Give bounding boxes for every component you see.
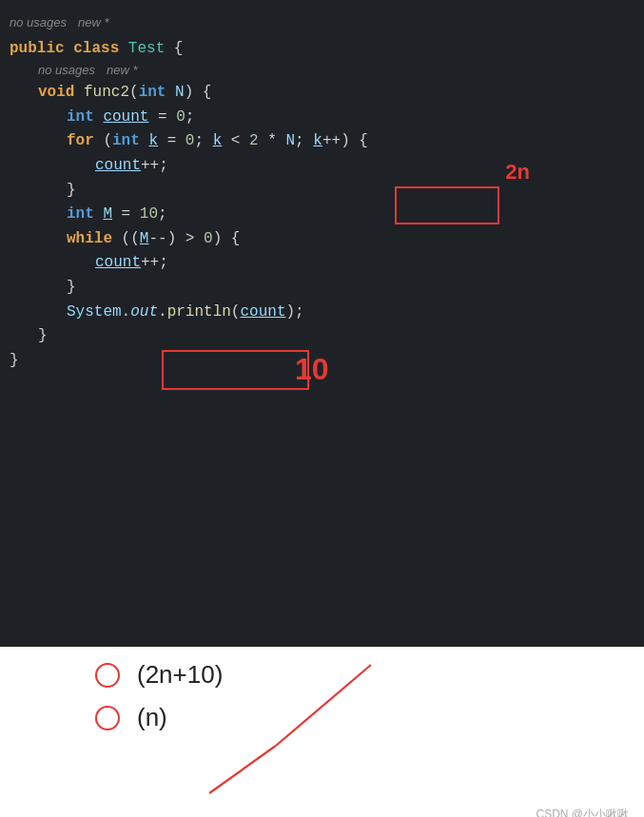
func-line: void func2 ( int N ) { [0,81,644,106]
system-class: System [67,301,122,325]
println-method: println [167,301,231,325]
count-pp-2-line: count ++; [0,251,644,276]
answer-item-2: (n) [95,703,644,732]
kw-int-count: int [67,106,103,130]
dot2: . [158,301,167,325]
brace-class-close: } [10,349,19,374]
for-semi2: ; [295,129,313,154]
for-star: * [259,129,286,154]
count-pp-1-line: count ++; [0,154,644,179]
var-count-4: count [240,301,285,325]
count-pp-1: ++; [141,154,168,179]
brace-while-close: } [67,276,76,301]
answer-item-1: (2n+10) [95,660,644,690]
var-count-1: count [103,106,148,130]
count-assign: = [148,106,176,130]
answer-section: (2n+10) (n) CSDN @小小啾啾 [0,660,644,817]
circle-2 [95,706,120,730]
svg-line-1 [209,746,276,793]
m-semi: ; [158,203,167,227]
csdn-watermark: CSDN @小小啾啾 [536,807,629,817]
param-N: N [175,81,185,106]
println-open: ( [231,301,241,325]
for-line: for ( int k = 0 ; k < 2 * N ; k ++) { [0,129,644,154]
annotation-2n: 2n [505,160,530,185]
no-usages-line-2: no usages new * [0,61,644,81]
for-open: ( [103,129,112,154]
brace-open: { [174,37,184,62]
kw-while: while [67,227,122,252]
func-params: ( [129,81,139,106]
for-semi1: ; [194,129,212,154]
var-M-2: M [140,227,149,252]
while-line: while (( M --) > 0 ) { [0,227,644,252]
var-k-1: k [148,129,158,154]
var-M: M [103,203,112,227]
answer-text-1: (2n+10) [137,660,223,690]
code-section: no usages new * public class Test { no u… [0,0,644,647]
answer-text-2: (n) [137,703,167,732]
kw-int-1: int [139,81,175,106]
println-line: System . out . println ( count ); [0,301,644,325]
count-semi: ; [185,106,195,130]
println-close: ); [285,301,303,325]
close-brace-2: } [0,276,644,301]
brace-func-close: } [38,324,48,349]
new-label-1: new * [78,13,109,33]
for-2: 2 [249,129,259,154]
int-count-line: int count = 0 ; [0,106,644,130]
no-usages-label-1: no usages [10,13,67,33]
class-name: Test [128,37,174,62]
for-inc: ++) { [322,129,368,154]
kw-void: void [38,81,84,106]
for-N: N [286,129,296,154]
count-pp-2: ++; [141,251,168,276]
class-line: public class Test { [0,37,644,62]
kw-for: for [67,129,103,154]
while-zero: 0 [204,227,213,252]
no-usages-line-1: no usages new * [0,10,644,37]
close-brace-1: } [0,179,644,204]
kw-int-m: int [67,203,103,227]
var-k-3: k [313,129,322,154]
out-field: out [130,301,158,325]
func-name: func2 [84,81,129,106]
var-k-2: k [213,129,223,154]
int-m-line: int M = 10 ; [0,203,644,227]
kw-class: class [73,37,128,62]
for-k-val: 0 [185,129,195,154]
new-label-2: new * [107,61,138,81]
count-val: 0 [176,106,185,130]
brace-for-close: } [67,179,76,204]
close-brace-3: } [0,324,644,349]
m-val: 10 [140,203,158,227]
while-cond: (( [122,227,140,252]
kw-int-k: int [112,129,148,154]
annotation-10: 10 [295,352,329,387]
while-open: ) { [213,227,241,252]
no-usages-label-2: no usages [38,61,95,81]
kw-public: public [10,37,73,62]
var-count-2: count [95,154,141,179]
func-close: ) { [185,81,212,106]
for-lt: < [222,129,249,154]
circle-1 [95,663,120,688]
m-assign: = [112,203,140,227]
while-mm: --) > [148,227,204,252]
var-count-3: count [95,251,141,276]
dot1: . [122,301,131,325]
for-init: = [158,129,185,154]
